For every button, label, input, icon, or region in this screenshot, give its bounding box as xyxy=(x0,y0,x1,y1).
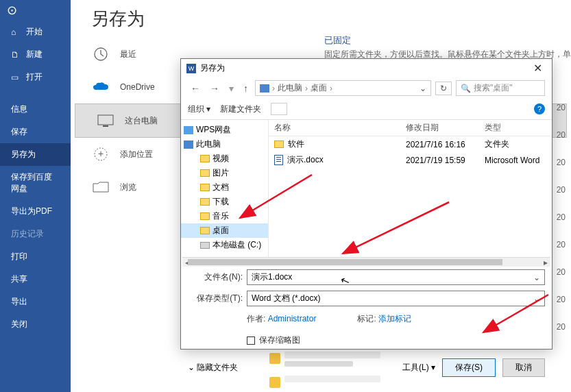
new-folder-button[interactable]: 新建文件夹 xyxy=(220,103,261,115)
onedrive-icon xyxy=(91,79,110,95)
nav-share[interactable]: 共享 xyxy=(0,268,71,291)
tree-desktop[interactable]: 桌面 xyxy=(181,223,268,238)
list-item[interactable]: 演示.docx 2021/7/19 15:59 Microsoft Word xyxy=(269,152,552,168)
nav-open[interactable]: ▭打开 xyxy=(0,66,71,88)
location-label: 浏览 xyxy=(120,182,136,193)
nav-save-as[interactable]: 另存为 xyxy=(0,143,71,166)
help-button[interactable]: ? xyxy=(534,103,545,114)
chevron-right-icon: › xyxy=(305,84,308,93)
thumbnail-row: 保存缩略图 xyxy=(181,325,552,346)
tree-documents[interactable]: 文档 xyxy=(181,180,268,195)
nav-history: 历史记录 xyxy=(0,223,71,245)
refresh-button[interactable]: ↻ xyxy=(435,82,452,95)
thumbnail-label: 保存缩略图 xyxy=(259,334,300,346)
tree-label: WPS网盘 xyxy=(196,124,231,136)
tree-label: 本地磁盘 (C:) xyxy=(212,239,261,251)
tree-label: 下载 xyxy=(212,196,229,208)
tags-label: 标记: xyxy=(357,314,376,323)
tags-value[interactable]: 添加标记 xyxy=(378,314,411,323)
tree-label: 文档 xyxy=(212,182,229,193)
col-name-header[interactable]: 名称 xyxy=(269,120,406,136)
word-doc-icon xyxy=(274,155,283,165)
nav-close[interactable]: 关闭 xyxy=(0,313,71,336)
list-header: 名称 修改日期 类型 xyxy=(269,120,552,136)
open-icon: ▭ xyxy=(11,73,21,82)
svg-rect-2 xyxy=(103,125,108,127)
col-date-header[interactable]: 修改日期 xyxy=(406,120,485,136)
filetype-field[interactable]: Word 文档 (*.docx)⌄ xyxy=(247,291,545,306)
chevron-down-icon: ⌄ xyxy=(188,363,195,372)
nav-print[interactable]: 打印 xyxy=(0,245,71,268)
breadcrumb[interactable]: › 此电脑 › 桌面 › ⌄ xyxy=(255,80,431,96)
search-input[interactable]: 🔍 搜索"桌面" xyxy=(456,80,545,96)
hide-folders-toggle[interactable]: ⌄ 隐藏文件夹 xyxy=(188,362,238,373)
location-label: 添加位置 xyxy=(120,149,153,160)
view-button[interactable] xyxy=(271,103,287,115)
tools-menu[interactable]: 工具(L) ▾ xyxy=(402,362,435,373)
tree-local-c[interactable]: 本地磁盘 (C:) xyxy=(181,238,268,252)
author-label: 作者: xyxy=(247,314,265,323)
crumb-desktop[interactable]: 桌面 xyxy=(311,82,327,94)
scrollbar-thumb[interactable] xyxy=(188,259,502,265)
nav-label: 关闭 xyxy=(11,319,27,330)
chevron-down-icon[interactable]: ⌄ xyxy=(533,294,540,304)
nav-export-pdf[interactable]: 导出为PDF xyxy=(0,200,71,223)
tree-pictures[interactable]: 图片 xyxy=(181,166,268,180)
nav-back-button[interactable]: ← xyxy=(188,82,203,95)
nav-start[interactable]: ⌂开始 xyxy=(0,21,71,43)
pinned-header: 已固定 xyxy=(324,34,571,47)
tree-videos[interactable]: 视频 xyxy=(181,151,268,166)
dialog-close-button[interactable]: ✕ xyxy=(529,62,546,75)
thumbnail-checkbox[interactable] xyxy=(247,336,255,345)
col-type-header[interactable]: 类型 xyxy=(485,120,552,136)
cancel-button[interactable]: 取消 xyxy=(502,358,545,377)
filename-value: 演示1.docx xyxy=(252,271,292,283)
pc-icon xyxy=(260,84,269,93)
nav-label: 打印 xyxy=(11,251,27,262)
chevron-right-icon: › xyxy=(330,84,332,93)
file-date: 2021/7/19 15:59 xyxy=(406,154,485,167)
cloud-icon xyxy=(184,126,193,134)
crumb-this-pc[interactable]: 此电脑 xyxy=(278,82,302,94)
folder-icon xyxy=(200,227,210,234)
tree-downloads[interactable]: 下载 xyxy=(181,195,268,209)
back-button[interactable]: ⊙ xyxy=(0,0,71,21)
file-name: 演示.docx xyxy=(287,154,324,166)
tree-label: 桌面 xyxy=(212,225,229,236)
tree-label: 音乐 xyxy=(212,210,229,222)
nav-export[interactable]: 导出 xyxy=(0,291,71,313)
nav-label: 导出 xyxy=(11,296,27,308)
chevron-down-icon[interactable]: ⌄ xyxy=(420,84,426,93)
chevron-down-icon[interactable]: ⌄ xyxy=(533,273,540,282)
nav-label: 打开 xyxy=(26,71,42,83)
folder-icon xyxy=(200,198,210,206)
nav-label: 信息 xyxy=(11,103,27,115)
organize-menu[interactable]: 组织 ▾ xyxy=(188,103,210,115)
nav-up-button[interactable]: ↑ xyxy=(241,82,251,95)
word-backstage-sidebar: ⊙ ⌂开始 🗋新建 ▭打开 信息 保存 另存为 保存到百度网盘 导出为PDF 历… xyxy=(0,0,71,392)
nav-label: 共享 xyxy=(11,273,27,285)
author-value[interactable]: Administrator xyxy=(268,314,317,323)
tree-wps[interactable]: WPS网盘 xyxy=(181,123,268,137)
save-as-dialog: W 另存为 ✕ ← → ▾ ↑ › 此电脑 › 桌面 › ⌄ ↻ 🔍 搜索"桌面… xyxy=(180,58,552,350)
location-label: 最近 xyxy=(120,49,136,60)
tree-music[interactable]: 音乐 xyxy=(181,209,268,223)
nav-label: 保存到百度网盘 xyxy=(11,171,60,195)
horizontal-scrollbar[interactable]: ◂ ▸ xyxy=(182,257,550,267)
filetype-label: 保存类型(T): xyxy=(188,293,243,304)
nav-label: 历史记录 xyxy=(11,228,44,240)
nav-save-baidu[interactable]: 保存到百度网盘 xyxy=(0,166,71,200)
dialog-title-text: 另存为 xyxy=(200,62,225,74)
tree-this-pc[interactable]: 此电脑 xyxy=(181,137,268,151)
list-item[interactable]: 软件 2021/7/16 16:16 文件夹 xyxy=(269,136,552,152)
nav-new[interactable]: 🗋新建 xyxy=(0,43,71,66)
nav-forward-button[interactable]: → xyxy=(207,82,222,95)
scroll-right-icon[interactable]: ▸ xyxy=(541,258,550,267)
search-placeholder: 搜索"桌面" xyxy=(474,82,513,94)
filename-field[interactable]: 演示1.docx⌄ xyxy=(247,269,545,285)
nav-info[interactable]: 信息 xyxy=(0,98,71,121)
save-button[interactable]: 保存(S) xyxy=(442,358,496,377)
chevron-right-icon: › xyxy=(272,84,275,93)
nav-label: 另存为 xyxy=(11,149,36,160)
nav-save[interactable]: 保存 xyxy=(0,121,71,143)
